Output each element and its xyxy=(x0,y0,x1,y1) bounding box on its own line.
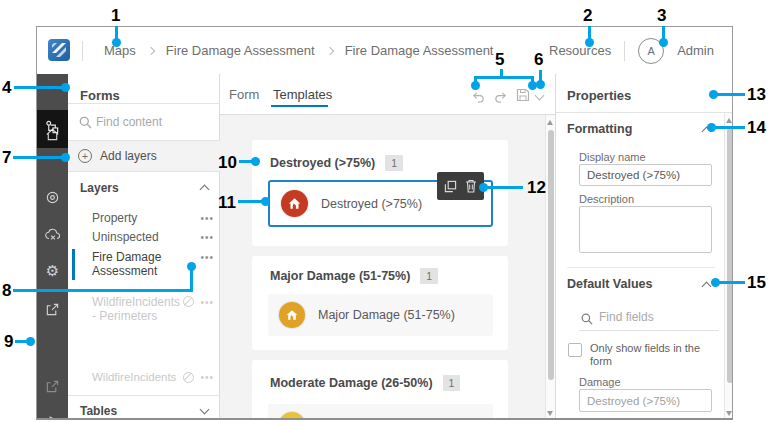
default-values-section-header[interactable]: Default Values xyxy=(567,277,652,291)
add-layers-button[interactable]: + Add layers xyxy=(68,141,220,172)
count-badge: 1 xyxy=(420,268,438,284)
callout-number-7: 7 xyxy=(2,149,11,166)
overflow-menu-icon[interactable]: ••• xyxy=(200,232,214,243)
count-badge: 1 xyxy=(443,375,461,391)
layer-name: WildfireIncidents xyxy=(92,370,183,384)
display-name-input[interactable] xyxy=(579,164,712,186)
group-heading: Destroyed (>75%) 1 xyxy=(270,155,403,171)
templates-scrollbar[interactable] xyxy=(545,115,555,420)
template-item-moderate-damage[interactable]: Moderate Damage (26-50%) xyxy=(268,404,493,420)
moderate-damage-symbol-icon xyxy=(279,412,305,420)
feedback-megaphone-icon[interactable] xyxy=(37,415,68,420)
header-right: Resources A Admin xyxy=(549,27,714,74)
callout-line-14 xyxy=(714,126,745,129)
callout-dot-3 xyxy=(659,38,668,47)
overflow-menu-icon[interactable]: ••• xyxy=(200,213,214,224)
formatting-section-header[interactable]: Formatting xyxy=(567,122,632,136)
undo-icon[interactable] xyxy=(472,89,485,107)
layer-name: Fire Damage Assessment xyxy=(92,250,200,278)
checkbox-label: Only show fields in the form xyxy=(590,342,718,368)
overflow-menu-icon[interactable]: ••• xyxy=(200,297,214,308)
chevron-up-icon[interactable] xyxy=(702,282,712,292)
delete-trash-icon[interactable] xyxy=(465,179,477,193)
damage-field-label: Damage xyxy=(579,376,621,388)
group-heading: Moderate Damage (26-50%) 1 xyxy=(270,375,460,391)
callout-number-10: 10 xyxy=(218,154,237,171)
layer-row-wildfire-incidents[interactable]: WildfireIncidents ••• xyxy=(92,370,214,384)
callout-dot-8 xyxy=(187,262,196,271)
disabled-icon xyxy=(183,296,194,307)
description-label: Description xyxy=(579,193,634,205)
callout-number-5: 5 xyxy=(495,51,504,68)
damage-field-input[interactable] xyxy=(579,389,712,412)
display-name-label: Display name xyxy=(579,151,646,163)
layer-row-uninspected[interactable]: Uninspected ••• xyxy=(92,230,214,244)
overflow-menu-icon[interactable]: ••• xyxy=(200,252,214,263)
callout-number-9: 9 xyxy=(4,333,13,350)
offline-cloud-icon[interactable] xyxy=(37,228,68,241)
layer-row-wildfire-perimeters[interactable]: WildfireIncidents - Perimeters ••• xyxy=(92,295,214,323)
callout-number-14: 14 xyxy=(747,119,766,136)
scrollbar-thumb[interactable] xyxy=(727,128,733,383)
checkbox[interactable] xyxy=(568,343,582,357)
properties-scrollbar[interactable] xyxy=(724,113,733,420)
save-icon[interactable] xyxy=(516,88,530,106)
tables-section-header[interactable]: Tables xyxy=(80,404,208,418)
scroll-up-arrow[interactable] xyxy=(726,118,732,123)
forms-icon[interactable] xyxy=(37,120,68,135)
template-item-label: Destroyed (>75%) xyxy=(321,197,422,211)
share-icon[interactable] xyxy=(37,302,68,317)
active-tab-underline xyxy=(271,105,328,107)
group-heading-label: Moderate Damage (26-50%) xyxy=(270,376,433,390)
chevron-up-icon[interactable] xyxy=(200,185,210,195)
callout-number-13: 13 xyxy=(747,86,766,103)
only-show-fields-checkbox-row[interactable]: Only show fields in the form xyxy=(568,342,718,368)
major-damage-symbol-icon xyxy=(279,302,305,328)
settings-gear-icon[interactable]: ⚙ xyxy=(37,263,68,279)
divider xyxy=(68,103,220,104)
callout-number-8: 8 xyxy=(2,282,11,299)
item-hover-toolbar xyxy=(437,172,484,200)
chevron-right-icon xyxy=(325,46,333,54)
icon-sidebar: ⚙ » xyxy=(37,74,68,420)
callout-number-3: 3 xyxy=(657,7,666,24)
scroll-down-arrow[interactable] xyxy=(547,411,553,416)
template-item-major-damage[interactable]: Major Damage (51-75%) xyxy=(268,294,493,336)
breadcrumb-item-map-name[interactable]: Fire Damage Assessment xyxy=(166,43,315,58)
tab-templates[interactable]: Templates xyxy=(273,87,332,102)
callout-dot-10 xyxy=(251,157,260,166)
chevron-down-icon xyxy=(200,405,210,415)
app-logo[interactable] xyxy=(48,39,70,61)
callout-dot-7 xyxy=(61,153,70,162)
template-group-major-damage: Major Damage (51-75%) 1 Major Damage (51… xyxy=(252,256,508,350)
geofence-icon[interactable] xyxy=(37,190,68,205)
duplicate-icon[interactable] xyxy=(444,180,457,193)
scroll-up-arrow[interactable] xyxy=(547,120,553,125)
header-divider xyxy=(82,41,83,61)
description-textarea[interactable] xyxy=(579,206,712,253)
find-fields-input[interactable] xyxy=(599,307,714,327)
find-content-input[interactable] xyxy=(96,112,212,132)
tab-form[interactable]: Form xyxy=(229,87,259,102)
callout-line-13 xyxy=(716,93,745,96)
layer-name: WildfireIncidents - Perimeters xyxy=(92,295,183,323)
search-underline xyxy=(579,330,719,331)
scroll-down-arrow[interactable] xyxy=(726,411,732,416)
resources-link[interactable]: Resources xyxy=(549,43,611,58)
overflow-menu-icon[interactable]: ••• xyxy=(200,372,214,383)
callout-number-2: 2 xyxy=(583,7,592,24)
layers-section-header[interactable]: Layers xyxy=(80,181,119,195)
scrollbar-thumb[interactable] xyxy=(548,130,554,380)
callout-line-4 xyxy=(14,86,64,89)
callout-line-8-h xyxy=(13,289,193,292)
layer-row-property[interactable]: Property ••• xyxy=(92,211,214,225)
redo-icon[interactable] xyxy=(494,89,507,107)
breadcrumb: Maps Fire Damage Assessment Fire Damage … xyxy=(104,27,493,74)
selected-layer-bar xyxy=(72,249,75,280)
callout-line-5-bar xyxy=(474,76,534,79)
template-group-destroyed: Destroyed (>75%) 1 Destroyed (>75%) xyxy=(252,140,508,246)
open-in-new-icon[interactable] xyxy=(37,379,68,394)
destroyed-symbol-icon xyxy=(281,190,308,217)
user-menu[interactable]: Admin xyxy=(677,43,714,58)
save-menu-chevron-icon[interactable] xyxy=(535,91,545,101)
